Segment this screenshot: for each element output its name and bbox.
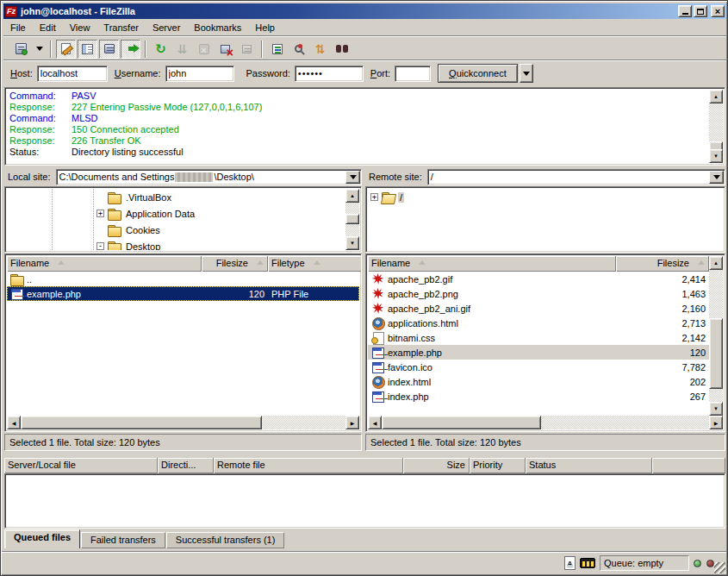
file-row[interactable]: apache_pb2_ani.gif2,160 [368, 301, 709, 316]
ascii-data-type-icon[interactable]: A [564, 556, 576, 570]
queue-tab[interactable]: Failed transfers [81, 532, 165, 548]
scroll-left-icon[interactable]: ◀ [7, 416, 21, 429]
queue-tab[interactable]: Queued files [4, 529, 80, 548]
scrollbar-thumb[interactable] [21, 416, 262, 429]
scrollbar-thumb[interactable] [382, 416, 541, 429]
remote-site-label: Remote site: [365, 172, 427, 182]
tree-item[interactable]: Cookies [7, 222, 345, 238]
remote-path-combo[interactable]: / [427, 169, 725, 185]
toggle-local-tree-icon[interactable] [78, 40, 97, 59]
tree-item[interactable]: -Desktop [7, 238, 345, 250]
menu-item[interactable]: Server [146, 21, 187, 34]
file-row[interactable]: .. [7, 272, 359, 286]
menu-item[interactable]: View [63, 21, 97, 34]
tree-item[interactable]: .VirtualBox [7, 189, 345, 205]
local-path-dropdown-button[interactable] [345, 171, 360, 184]
file-row[interactable]: index.html202 [368, 374, 709, 389]
scroll-up-icon[interactable]: ▲ [345, 189, 359, 203]
scroll-up-icon[interactable]: ▲ [709, 90, 723, 103]
file-row[interactable]: applications.html2,713 [368, 316, 709, 330]
queue-column-header[interactable]: Server/Local file [4, 458, 158, 473]
scroll-left-icon[interactable]: ◀ [368, 416, 382, 429]
process-queue-icon[interactable] [172, 40, 192, 59]
title-bar[interactable]: Fz john@localhost - FileZilla × [3, 3, 726, 19]
file-row[interactable]: bitnami.css2,142 [368, 330, 709, 345]
username-label: Username: [115, 68, 161, 78]
port-input[interactable] [395, 66, 431, 82]
file-row[interactable]: apache_pb2.png1,463 [368, 286, 709, 301]
menu-item[interactable]: Edit [33, 21, 63, 34]
toggle-message-log-icon[interactable] [56, 40, 76, 59]
column-header[interactable]: Filename [368, 256, 616, 272]
scroll-right-icon[interactable]: ▶ [709, 416, 723, 429]
queue-column-header[interactable]: Status [526, 458, 652, 473]
scroll-up-icon[interactable]: ▲ [709, 256, 723, 270]
toolbar-separator[interactable] [50, 41, 52, 58]
toolbar-separator[interactable] [145, 41, 146, 58]
host-input[interactable] [37, 66, 108, 82]
remote-list-hscrollbar[interactable]: ◀ ▶ [368, 416, 723, 429]
quickconnect-button[interactable]: Quickconnect [438, 64, 518, 83]
reconnect-icon[interactable] [237, 40, 257, 59]
menu-item[interactable]: Bookmarks [187, 21, 248, 34]
queue-tab[interactable]: Successful transfers (1) [166, 532, 285, 548]
remote-path-dropdown-button[interactable] [709, 171, 724, 184]
menu-bar: FileEditViewTransferServerBookmarksHelp [3, 20, 726, 36]
toggle-queue-icon[interactable] [121, 40, 140, 59]
tree-expander-icon[interactable]: + [96, 210, 104, 217]
menu-item[interactable]: Help [248, 21, 282, 34]
log-scrollbar[interactable]: ▲ ▼ [709, 90, 723, 163]
file-row[interactable]: example.php120 [368, 345, 709, 360]
site-manager-icon[interactable] [11, 40, 31, 59]
toolbar-separator[interactable] [261, 41, 263, 58]
minimize-button[interactable] [678, 5, 692, 17]
local-tree-scrollbar[interactable]: ▲ ▼ [345, 189, 359, 250]
resize-grip[interactable] [714, 562, 725, 573]
local-path-combo[interactable]: C:\Documents and Settings\Desktop\ [56, 169, 362, 185]
column-header[interactable]: Filetype [268, 256, 362, 272]
scroll-down-icon[interactable]: ▼ [709, 402, 723, 416]
file-row[interactable]: favicon.ico7,782 [368, 360, 709, 374]
menu-item[interactable]: Transfer [96, 21, 146, 34]
tree-item[interactable]: +/ [368, 189, 723, 205]
username-input[interactable] [165, 66, 234, 82]
sync-browse-icon[interactable] [310, 40, 330, 59]
tree-expander-icon[interactable]: - [96, 242, 104, 250]
cancel-icon[interactable] [194, 40, 214, 59]
local-list-hscrollbar[interactable]: ◀ ▶ [7, 416, 359, 429]
close-button[interactable]: × [711, 5, 725, 17]
disconnect-icon[interactable] [215, 40, 235, 59]
scroll-down-icon[interactable]: ▼ [709, 149, 723, 163]
password-input[interactable] [295, 66, 364, 82]
queue-column-header[interactable]: Priority [470, 458, 526, 473]
quickconnect-dropdown-button[interactable] [520, 64, 533, 83]
file-row[interactable]: example.php120PHP File1 [7, 286, 359, 301]
find-icon[interactable] [332, 40, 352, 59]
scroll-right-icon[interactable]: ▶ [345, 416, 359, 429]
tree-item[interactable]: +Application Data [7, 205, 345, 222]
column-header[interactable]: Filesize [616, 256, 709, 272]
queue-column-header[interactable]: Directi... [158, 458, 214, 473]
file-row[interactable]: index.php267 [368, 389, 709, 404]
scroll-down-icon[interactable]: ▼ [345, 236, 359, 250]
scrollbar-thumb[interactable] [709, 318, 723, 389]
refresh-icon[interactable] [151, 40, 171, 59]
file-row[interactable]: apache_pb2.gif2,414 [368, 272, 709, 286]
column-header[interactable]: Filename [7, 256, 202, 272]
scrollbar-thumb[interactable] [345, 214, 359, 224]
filter-icon[interactable] [267, 40, 287, 59]
queue-list[interactable] [4, 473, 725, 529]
tree-expander-icon[interactable]: + [370, 193, 378, 201]
site-manager-dropdown-icon[interactable] [33, 40, 46, 59]
remote-list-scrollbar[interactable]: ▲ ▼ [709, 256, 723, 416]
column-header[interactable]: Filesize [202, 256, 268, 272]
compare-icon[interactable] [289, 40, 308, 59]
folder-open-icon [382, 191, 395, 203]
speed-limits-icon[interactable] [580, 558, 595, 568]
queue-column-header[interactable]: Remote file [214, 458, 403, 473]
menu-item[interactable]: File [3, 21, 33, 34]
queue-column-header[interactable]: Size [403, 458, 470, 473]
maximize-button[interactable] [694, 5, 707, 17]
queue-column-header[interactable] [652, 458, 725, 473]
toggle-remote-tree-icon[interactable] [99, 40, 119, 59]
